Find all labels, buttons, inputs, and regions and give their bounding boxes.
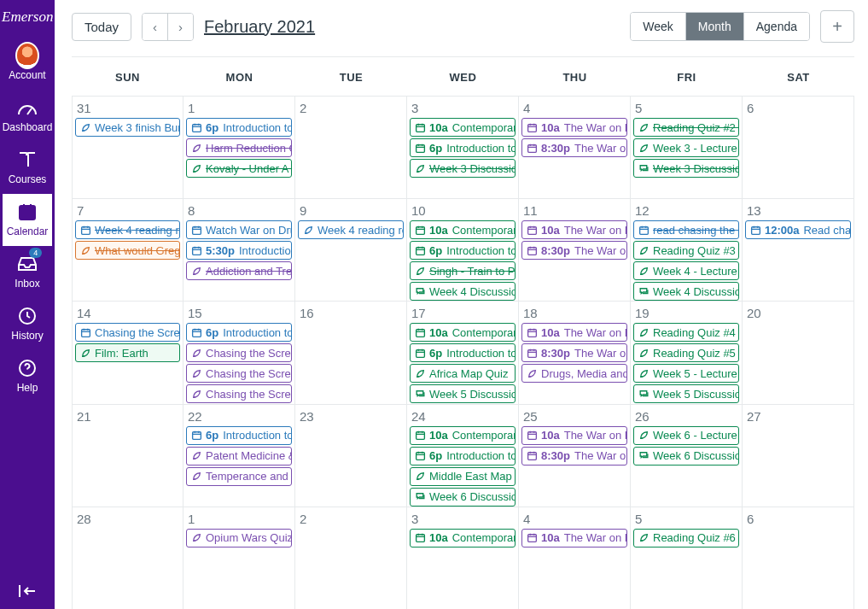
calendar-day[interactable]: 8Watch War on Dru5:30pIntroductionAddict… bbox=[184, 198, 295, 301]
collapse-nav-button[interactable] bbox=[18, 570, 37, 609]
calendar-day[interactable]: 2 bbox=[295, 507, 407, 609]
calendar-event[interactable]: Harm Reduction C bbox=[186, 138, 292, 157]
calendar-event[interactable]: 8:30pThe War on bbox=[521, 343, 627, 362]
calendar-event[interactable]: Kovaly - Under A G bbox=[186, 159, 292, 178]
calendar-event[interactable]: Drugs, Media and bbox=[521, 364, 627, 383]
calendar-day[interactable]: 1810aThe War on D8:30pThe War onDrugs, M… bbox=[519, 301, 631, 403]
calendar-event[interactable]: 6pIntroduction to bbox=[410, 138, 516, 157]
calendar-event[interactable]: Week 6 Discussion bbox=[410, 488, 516, 507]
calendar-event[interactable]: Patent Medicine & bbox=[186, 447, 292, 466]
calendar-event[interactable]: Reading Quiz #4 - bbox=[633, 323, 739, 342]
calendar-event[interactable]: 8:30pThe War on bbox=[521, 138, 627, 157]
nav-account[interactable]: Account bbox=[3, 38, 53, 90]
calendar-event[interactable]: Week 6 - Lecture V bbox=[633, 426, 739, 445]
calendar-day[interactable]: 12read chasing the sReading Quiz #3 -Wee… bbox=[631, 198, 743, 301]
calendar-day[interactable]: 310aContemporary bbox=[407, 507, 519, 609]
calendar-day[interactable]: 2410aContemporary6pIntroduction toMiddle… bbox=[407, 404, 519, 507]
nav-help[interactable]: Help bbox=[3, 350, 53, 402]
calendar-event[interactable]: 10aContemporary bbox=[410, 529, 516, 548]
calendar-event[interactable]: 5:30pIntroduction bbox=[186, 241, 292, 260]
calendar-event[interactable]: 10aContemporary bbox=[410, 323, 516, 342]
calendar-event[interactable]: Middle East Map Q bbox=[410, 467, 516, 486]
view-agenda-button[interactable]: Agenda bbox=[743, 13, 809, 40]
calendar-day[interactable]: 9Week 4 reading re bbox=[295, 198, 407, 301]
calendar-day[interactable]: 2510aThe War on D8:30pThe War on bbox=[519, 404, 631, 507]
calendar-event[interactable]: Watch War on Dru bbox=[186, 220, 292, 239]
calendar-day[interactable]: 5Reading Quiz #2 -Week 3 - Lecture VWeek… bbox=[631, 96, 743, 198]
calendar-event[interactable]: Week 5 - Lecture V bbox=[633, 364, 739, 383]
calendar-event[interactable]: 10aThe War on D bbox=[521, 529, 627, 548]
nav-dashboard[interactable]: Dashboard bbox=[3, 90, 53, 142]
calendar-event[interactable]: Reading Quiz #6 - bbox=[633, 529, 739, 548]
calendar-event[interactable]: 6pIntroduction to bbox=[186, 426, 292, 445]
calendar-day[interactable]: 27 bbox=[743, 404, 854, 507]
calendar-day[interactable]: 14Chasing the ScreaFilm: Earth bbox=[72, 301, 184, 403]
calendar-event[interactable]: Chasing the Screa bbox=[186, 343, 292, 362]
calendar-event[interactable]: Reading Quiz #3 - bbox=[633, 241, 739, 260]
prev-month-button[interactable]: ‹ bbox=[143, 14, 167, 40]
calendar-event[interactable]: 10aThe War on D bbox=[521, 323, 627, 342]
calendar-event[interactable]: Film: Earth bbox=[75, 343, 180, 362]
calendar-event[interactable]: 6pIntroduction to bbox=[410, 447, 516, 466]
calendar-event[interactable]: Week 6 Discussion bbox=[633, 447, 739, 466]
view-week-button[interactable]: Week bbox=[631, 13, 685, 40]
calendar-event[interactable]: Addiction and Tre bbox=[186, 261, 292, 280]
calendar-day[interactable]: 410aThe War on D8:30pThe War on bbox=[519, 96, 631, 198]
calendar-day[interactable]: 21 bbox=[72, 404, 184, 507]
calendar-event[interactable]: Week 3 - Lecture V bbox=[633, 138, 739, 157]
calendar-day[interactable]: 6 bbox=[743, 96, 854, 198]
calendar-event[interactable]: 10aThe War on D bbox=[521, 118, 627, 137]
calendar-day[interactable]: 16pIntroduction toHarm Reduction CKovaly… bbox=[184, 96, 295, 198]
view-month-button[interactable]: Month bbox=[685, 13, 743, 40]
next-month-button[interactable]: › bbox=[167, 14, 193, 40]
nav-calendar[interactable]: Calendar bbox=[3, 194, 53, 246]
calendar-event[interactable]: Temperance and P bbox=[186, 467, 292, 486]
calendar-day[interactable]: 31Week 3 finish Buri bbox=[72, 96, 184, 198]
calendar-event[interactable]: Opium Wars Quiz bbox=[186, 529, 292, 548]
calendar-day[interactable]: 226pIntroduction toPatent Medicine &Temp… bbox=[184, 404, 295, 507]
calendar-event[interactable]: read chasing the s bbox=[633, 220, 739, 239]
calendar-day[interactable]: 6 bbox=[743, 507, 854, 609]
calendar-event[interactable]: 10aContemporary bbox=[410, 426, 516, 445]
calendar-day[interactable]: 2 bbox=[295, 96, 407, 198]
calendar-day[interactable]: 156pIntroduction toChasing the ScreaChas… bbox=[184, 301, 295, 403]
calendar-event[interactable]: 10aContemporary bbox=[410, 118, 516, 137]
calendar-event[interactable]: Week 4 Discussion bbox=[410, 282, 516, 301]
calendar-event[interactable]: 12:00aRead chasin bbox=[745, 220, 851, 239]
nav-inbox[interactable]: Inbox4 bbox=[3, 246, 53, 298]
calendar-day[interactable]: 26Week 6 - Lecture VWeek 6 Discussion bbox=[631, 404, 743, 507]
calendar-day[interactable]: 1110aThe War on D8:30pThe War on bbox=[519, 198, 631, 301]
calendar-event[interactable]: Reading Quiz #2 - bbox=[633, 118, 739, 137]
calendar-event[interactable]: 10aThe War on D bbox=[521, 220, 627, 239]
calendar-event[interactable]: Week 5 Discussion bbox=[633, 384, 739, 403]
month-title[interactable]: February 2021 bbox=[204, 17, 315, 37]
calendar-event[interactable]: Week 4 Discussion bbox=[633, 282, 739, 301]
calendar-event[interactable]: 8:30pThe War on bbox=[521, 241, 627, 260]
calendar-event[interactable]: Week 3 Discussio bbox=[410, 159, 516, 178]
calendar-event[interactable]: Week 4 reading re bbox=[298, 220, 404, 239]
calendar-day[interactable]: 16 bbox=[295, 301, 407, 403]
calendar-day[interactable]: 410aThe War on D bbox=[519, 507, 631, 609]
calendar-event[interactable]: 6pIntroduction to bbox=[186, 118, 292, 137]
calendar-day[interactable]: 20 bbox=[743, 301, 854, 403]
calendar-event[interactable]: Chasing the Screa bbox=[75, 323, 180, 342]
nav-courses[interactable]: Courses bbox=[3, 142, 53, 194]
calendar-event[interactable]: Chasing the Screa bbox=[186, 384, 292, 403]
calendar-day[interactable]: 7Week 4 reading reWhat would Greg bbox=[72, 198, 184, 301]
calendar-event[interactable]: What would Greg bbox=[75, 241, 180, 260]
calendar-event[interactable]: Africa Map Quiz bbox=[410, 364, 516, 383]
calendar-event[interactable]: Week 4 - Lecture V bbox=[633, 261, 739, 280]
calendar-event[interactable]: 10aContemporary bbox=[410, 220, 516, 239]
nav-history[interactable]: History bbox=[3, 298, 53, 350]
calendar-event[interactable]: 8:30pThe War on bbox=[521, 447, 627, 466]
calendar-day[interactable]: 28 bbox=[72, 507, 184, 609]
calendar-event[interactable]: Chasing the Screa bbox=[186, 364, 292, 383]
calendar-day[interactable]: 5Reading Quiz #6 - bbox=[631, 507, 743, 609]
calendar-day[interactable]: 1312:00aRead chasin bbox=[743, 198, 854, 301]
calendar-event[interactable]: Reading Quiz #5 - bbox=[633, 343, 739, 362]
calendar-event[interactable]: Week 3 Discussio bbox=[633, 159, 739, 178]
calendar-event[interactable]: Week 3 finish Buri bbox=[75, 118, 180, 137]
add-event-button[interactable]: + bbox=[820, 10, 854, 43]
calendar-event[interactable]: 10aThe War on D bbox=[521, 426, 627, 445]
calendar-day[interactable]: 310aContemporary6pIntroduction toWeek 3 … bbox=[407, 96, 519, 198]
